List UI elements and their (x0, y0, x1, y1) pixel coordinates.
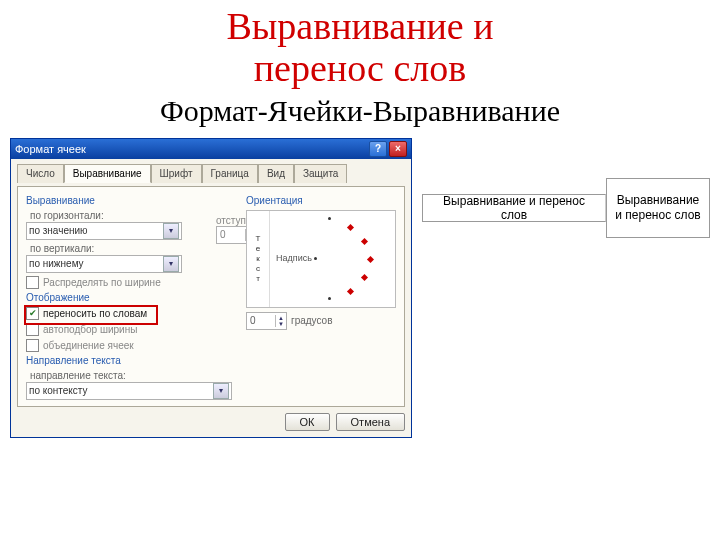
cell-nowrap: Выравнивание и перенос слов (422, 194, 606, 222)
tab-alignment[interactable]: Выравнивание (64, 164, 151, 183)
checkbox-merge-label: объединение ячеек (43, 340, 134, 351)
tab-number[interactable]: Число (17, 164, 64, 183)
checkbox-icon (26, 276, 39, 289)
tab-font[interactable]: Шрифт (151, 164, 202, 183)
group-orientation: Ориентация (246, 195, 396, 206)
cell-wrap: Выравнивание и перенос слов (606, 178, 710, 238)
checkbox-icon (26, 339, 39, 352)
spin-indent-value: 0 (220, 229, 226, 240)
label-horizontal: по горизонтали: (30, 210, 238, 221)
combo-text-direction[interactable]: по контексту ▾ (26, 382, 232, 400)
close-button[interactable]: × (389, 141, 407, 157)
dialog-title: Формат ячеек (15, 143, 86, 155)
spin-degrees-value: 0 (250, 315, 256, 326)
orientation-box[interactable]: Текст Надпись (246, 210, 396, 308)
slide-subtitle: Формат-Ячейки-Выравнивание (0, 94, 720, 128)
highlight-box-wrap (24, 305, 158, 325)
combo-vertical[interactable]: по нижнему ▾ (26, 255, 182, 273)
orientation-arc[interactable]: Надпись (270, 211, 395, 307)
combo-text-direction-value: по контексту (29, 385, 88, 396)
orientation-inner-label: Надпись (276, 253, 312, 263)
combo-horizontal-value: по значению (29, 225, 88, 236)
label-text-direction: направление текста: (30, 370, 238, 381)
chevron-down-icon: ▾ (163, 223, 179, 239)
checkbox-merge[interactable]: объединение ячеек (26, 339, 238, 352)
combo-vertical-value: по нижнему (29, 258, 84, 269)
chevron-down-icon: ▾ (213, 383, 229, 399)
orientation-vertical-text[interactable]: Текст (247, 211, 270, 307)
dialog-titlebar: Формат ячеек ? × (11, 139, 411, 159)
label-degrees: градусов (291, 315, 332, 326)
tabs: Число Выравнивание Шрифт Граница Вид Защ… (17, 163, 405, 182)
panel: Выравнивание по горизонтали: по значению… (17, 186, 405, 407)
group-direction: Направление текста (26, 355, 238, 366)
cancel-button[interactable]: Отмена (336, 413, 405, 431)
example-cells: Выравнивание и перенос слов Выравнивание… (422, 178, 710, 238)
tab-border[interactable]: Граница (202, 164, 258, 183)
label-vertical: по вертикали: (30, 243, 238, 254)
checkbox-shrink-label: автоподбор ширины (43, 324, 137, 335)
slide-title: Выравнивание и перенос слов (0, 6, 720, 90)
spin-degrees[interactable]: 0 ▲▼ (246, 312, 287, 330)
help-button[interactable]: ? (369, 141, 387, 157)
combo-horizontal[interactable]: по значению ▾ (26, 222, 182, 240)
format-cells-dialog: Формат ячеек ? × Число Выравнивание Шриф… (10, 138, 412, 438)
checkbox-distribute[interactable]: Распределять по ширине (26, 276, 238, 289)
ok-button[interactable]: ОК (285, 413, 330, 431)
checkbox-distribute-label: Распределять по ширине (43, 277, 161, 288)
group-display: Отображение (26, 292, 238, 303)
group-alignment: Выравнивание (26, 195, 238, 206)
chevron-down-icon: ▾ (163, 256, 179, 272)
tab-fill[interactable]: Вид (258, 164, 294, 183)
tab-protection[interactable]: Защита (294, 164, 347, 183)
